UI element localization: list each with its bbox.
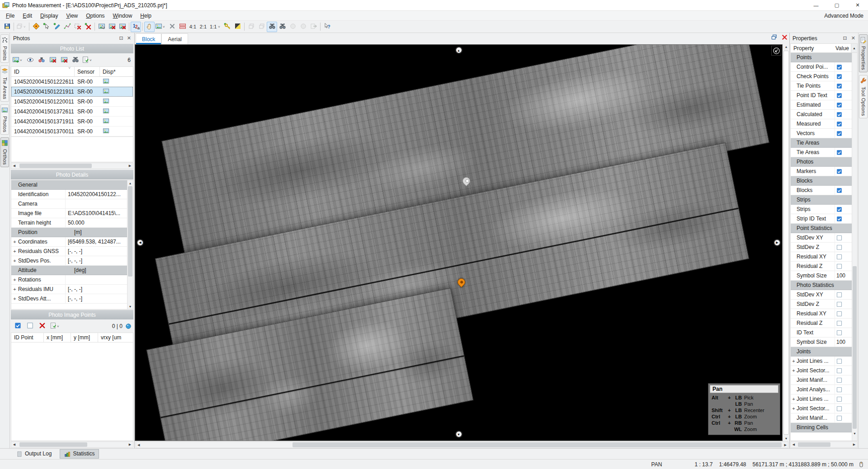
show-ids-button[interactable]: 12a (131, 22, 141, 32)
scroll-down-icon[interactable]: ▼ (127, 304, 133, 309)
expand-toggle[interactable]: + (791, 406, 797, 411)
property-row[interactable]: ID Text (791, 328, 852, 338)
chevron-down-icon[interactable]: ˅ (218, 25, 222, 29)
strips-button[interactable] (177, 22, 188, 32)
bottom-tab-statistics[interactable]: Statistics (60, 449, 99, 459)
property-row[interactable]: Residual Z (791, 262, 852, 271)
orbit-left-button[interactable] (288, 22, 298, 32)
detail-value[interactable]: [-, -, -] (65, 285, 127, 294)
expand-toggle[interactable]: + (791, 396, 797, 402)
properties-hscrollbar[interactable]: ◀ ▶ (790, 441, 858, 448)
scroll-left-icon[interactable]: ◀ (11, 163, 17, 169)
property-checkbox[interactable] (835, 328, 852, 337)
expand-toggle[interactable]: + (11, 277, 18, 282)
viewport-close-button[interactable] (782, 34, 788, 40)
property-checkbox[interactable] (835, 119, 852, 128)
property-checkbox[interactable] (835, 186, 852, 195)
property-checkbox[interactable] (835, 356, 852, 366)
zoom-2-1-button[interactable]: 2:1 (198, 22, 208, 32)
property-row[interactable]: Check Points (791, 72, 852, 81)
col-property[interactable]: Property (791, 45, 835, 52)
display-colors-button[interactable] (36, 55, 47, 66)
menu-options[interactable]: Options (82, 12, 108, 20)
contrast-button[interactable] (232, 22, 243, 32)
scroll-up-icon[interactable]: ▲ (127, 180, 133, 186)
photo-row[interactable]: 10452020041501220011SR-00 (11, 97, 133, 107)
menu-view[interactable]: View (62, 12, 82, 20)
col-disp[interactable]: Disp* (100, 67, 133, 76)
close-tool-button[interactable] (167, 22, 177, 32)
zoom-1-1-button[interactable]: 1:1˅ (208, 22, 222, 32)
menu-display[interactable]: Display (36, 12, 62, 20)
window-next-button[interactable] (256, 22, 267, 32)
delete-measurement-button[interactable] (37, 321, 47, 332)
viewport-canvas[interactable]: ▲ ▼ ◀ ▶ Pan Alt+LBPickLBPanShift+LBRecen… (135, 44, 783, 441)
detail-value[interactable]: 1045202004150122... (65, 190, 127, 199)
photo-list-hscrollbar[interactable]: ◀ ▶ (11, 163, 133, 169)
photo-details-vscrollbar[interactable]: ▲ ▼ (127, 180, 133, 309)
chevron-down-icon[interactable]: ˅ (57, 324, 61, 328)
viewport-vscrollbar[interactable]: ▲ ▼ (783, 44, 789, 441)
scroll-right-icon[interactable]: ▶ (127, 442, 133, 447)
photo-remove-all-button[interactable] (117, 22, 127, 32)
goto-button[interactable] (308, 22, 319, 32)
property-checkbox[interactable] (835, 366, 852, 375)
window-prev-button[interactable] (246, 22, 256, 32)
property-row[interactable]: Residual XY (791, 252, 852, 262)
menu-help[interactable]: Help (136, 12, 156, 20)
property-row[interactable]: StdDev XY (791, 290, 852, 300)
detail-value[interactable]: [-, -, -] (65, 294, 127, 303)
property-row[interactable]: StdDev Z (791, 300, 852, 309)
property-row[interactable]: Strips (791, 205, 852, 214)
property-checkbox[interactable] (835, 309, 852, 318)
property-checkbox[interactable] (835, 319, 852, 328)
photo-display-button[interactable]: ˅ (155, 22, 167, 32)
property-row[interactable]: Estimated (791, 100, 852, 110)
expand-toggle[interactable]: + (791, 358, 797, 364)
property-row[interactable]: Calculated (791, 110, 852, 119)
bottom-tab-output-log[interactable]: Output Log (12, 449, 56, 459)
chevron-down-icon[interactable]: ˅ (20, 58, 24, 62)
property-row[interactable]: StdDev Z (791, 243, 852, 252)
photo-remove-button[interactable] (107, 22, 117, 32)
photo-display-icon[interactable] (100, 88, 133, 96)
col-x-mm[interactable]: x [mm] (44, 333, 71, 342)
scroll-right-icon[interactable]: ▶ (127, 163, 133, 169)
property-row[interactable]: Tie Areas (791, 148, 852, 157)
property-checkbox[interactable] (835, 404, 852, 413)
add-photos-button[interactable]: ˅ (12, 55, 24, 66)
chevron-down-icon[interactable]: ˅ (163, 25, 166, 29)
pick-point-button[interactable] (41, 22, 52, 32)
detail-value[interactable] (65, 199, 127, 208)
scroll-left-icon[interactable]: ◀ (791, 442, 797, 447)
sidebar-tab-properties[interactable]: Properties (859, 34, 868, 72)
delete-point-button[interactable] (83, 22, 93, 32)
property-row[interactable]: Joint Analys... (791, 385, 852, 394)
column-options-button[interactable]: ˅ (49, 321, 61, 332)
property-checkbox[interactable] (835, 300, 852, 309)
menu-window[interactable]: Window (109, 12, 137, 20)
property-checkbox[interactable] (835, 167, 852, 176)
col-vrxy[interactable]: vrxy [um (98, 333, 133, 342)
key-button[interactable] (222, 22, 232, 32)
property-checkbox[interactable] (835, 110, 852, 119)
property-checkbox[interactable] (835, 129, 852, 138)
photo-display-icon[interactable] (100, 78, 133, 86)
property-checkbox[interactable] (835, 375, 852, 385)
photo-display-icon[interactable] (100, 127, 133, 136)
orientation-compass-button[interactable] (771, 46, 781, 56)
find-photo-button[interactable] (70, 55, 80, 66)
panel-float-icon[interactable]: ⊡ (843, 35, 847, 41)
photo-row[interactable]: 10442020041501370011SR-00 (11, 127, 133, 136)
detail-value[interactable]: [65469.538, 412487... (65, 237, 127, 246)
property-checkbox[interactable] (835, 205, 852, 214)
pan-left-button[interactable]: ◀ (137, 239, 144, 246)
move-to-point-button[interactable] (31, 22, 41, 32)
property-row[interactable]: +Joint Lines ... (791, 356, 852, 366)
viewport-tab-block[interactable]: Block (136, 33, 161, 44)
show-photo-button[interactable] (25, 55, 35, 66)
detail-value[interactable]: [-, -, -] (65, 256, 127, 265)
property-row[interactable]: +Joint Sector... (791, 366, 852, 375)
detail-value[interactable]: [-, -, -] (65, 247, 127, 256)
property-checkbox[interactable] (835, 100, 852, 109)
